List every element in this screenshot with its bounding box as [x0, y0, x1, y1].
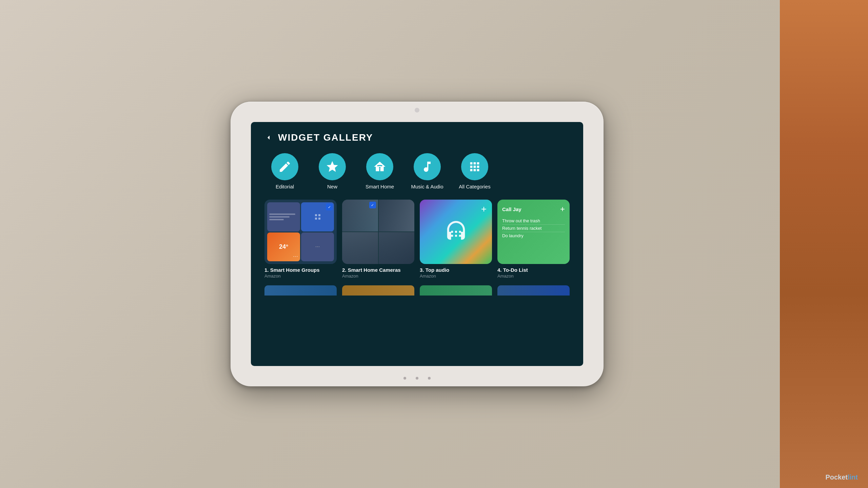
widget-4-rank: 4.: [497, 267, 502, 273]
widget-1-rank: 1.: [264, 267, 269, 273]
cam-cell-2: [379, 200, 415, 231]
audio-add-button: +: [481, 204, 487, 215]
widget-4-author: Amazon: [497, 273, 570, 279]
smart-home-icon-bg: [366, 153, 393, 180]
widget-card-1[interactable]: ✓ 24° ··· ···: [264, 200, 337, 279]
new-label: New: [327, 184, 337, 189]
smh-cell-4: ···: [301, 232, 334, 262]
widget-preview-1: ✓ 24° ··· ···: [264, 200, 337, 264]
pencil-icon: [278, 160, 292, 174]
dot-1: [403, 377, 406, 380]
svg-rect-0: [315, 214, 317, 216]
watermark: Pocketlint: [825, 473, 858, 481]
widget-preview-4: Call Jay + Throw out the trash Return te…: [497, 200, 570, 264]
all-categories-icon-bg: [461, 153, 488, 180]
widget-preview-3: +: [420, 200, 492, 264]
editorial-icon-bg: [271, 153, 298, 180]
category-new[interactable]: New: [312, 153, 353, 189]
category-all[interactable]: All Categories: [454, 153, 495, 189]
svg-rect-3: [318, 218, 320, 220]
header: WIDGET GALLERY: [251, 122, 583, 150]
music-icon-bg: [414, 153, 441, 180]
widget-preview-2: ✓: [342, 200, 414, 264]
smh-check: ✓: [326, 204, 333, 210]
cam-cell-3: [342, 232, 378, 264]
widgets-grid: ✓ 24° ··· ···: [251, 196, 583, 285]
widget-4-name: 4. To-Do List Amazon: [497, 267, 570, 279]
dot-3: [428, 377, 431, 380]
widget-3-name: 3. Top audio Amazon: [420, 267, 492, 279]
widget-3-rank: 3.: [420, 267, 424, 273]
bottom-peek-row: [251, 285, 583, 296]
smh-lines: [267, 211, 300, 222]
smart-home-label: Smart Home: [366, 184, 394, 189]
widget-1-title: Smart Home Groups: [270, 267, 320, 273]
widget-1-name: 1. Smart Home Groups Amazon: [264, 267, 337, 279]
category-editorial[interactable]: Editorial: [264, 153, 305, 189]
music-note-icon: [420, 160, 434, 174]
wood-panel: [780, 0, 868, 488]
todo-call-jay: Call Jay: [502, 206, 521, 212]
peek-card-4: [497, 285, 570, 296]
widget-card-2[interactable]: ✓ 2. Smart Home Cameras Amazon: [342, 200, 414, 279]
watermark-pocket: Pocket: [825, 473, 848, 481]
widget-card-4[interactable]: Call Jay + Throw out the trash Return te…: [497, 200, 570, 279]
smh-cell-1: [267, 202, 300, 231]
star-icon: [326, 160, 339, 174]
podcast-icon: [444, 220, 468, 244]
smh-line-3: [269, 219, 284, 220]
smh-cell-3: 24° ···: [267, 232, 300, 262]
widget-1-author: Amazon: [264, 273, 337, 279]
category-smart-home[interactable]: Smart Home: [359, 153, 400, 189]
peek-card-1: [264, 285, 337, 296]
device-bottom-dots: [403, 377, 431, 380]
svg-rect-2: [315, 218, 317, 220]
todo-add-button: +: [560, 204, 565, 214]
dot-2: [416, 377, 418, 380]
peek-card-3: [420, 285, 492, 296]
screen: WIDGET GALLERY Editorial New: [251, 122, 583, 366]
category-music-audio[interactable]: Music & Audio: [407, 153, 448, 189]
smh-line-2: [269, 216, 290, 218]
widget-3-author: Amazon: [420, 273, 492, 279]
todo-header: Call Jay +: [502, 204, 565, 214]
smh-more-dots: ···: [293, 253, 298, 260]
smh-line-1: [269, 214, 295, 215]
todo-item-3: Do laundry: [502, 232, 565, 239]
cam-check: ✓: [369, 202, 376, 208]
widget-card-3[interactable]: + 3. Top audio Amazon: [420, 200, 492, 279]
editorial-label: Editorial: [276, 184, 294, 189]
music-audio-label: Music & Audio: [411, 184, 443, 189]
new-icon-bg: [319, 153, 346, 180]
widget-4-title: To-Do List: [503, 267, 528, 273]
watermark-lint: lint: [848, 473, 858, 481]
widget-2-name: 2. Smart Home Cameras Amazon: [342, 267, 414, 279]
widget-2-author: Amazon: [342, 273, 414, 279]
peek-card-2: [342, 285, 414, 296]
widget-2-title: Smart Home Cameras: [348, 267, 401, 273]
smh-temp: 24°: [279, 243, 288, 250]
categories-row: Editorial New Smart Home: [251, 150, 583, 196]
widget-3-title: Top audio: [426, 267, 450, 273]
svg-rect-1: [318, 214, 320, 216]
device-frame: WIDGET GALLERY Editorial New: [231, 102, 604, 386]
page-title: WIDGET GALLERY: [278, 132, 373, 143]
home-wifi-icon: [373, 160, 387, 174]
smh-cell-2: ✓: [301, 202, 334, 231]
todo-item-2: Return tennis racket: [502, 225, 565, 232]
grid-icon: [468, 160, 481, 174]
smh-icon: [314, 213, 322, 221]
cam-cell-1: ✓: [342, 200, 378, 231]
cam-cell-4: [379, 232, 415, 264]
widget-2-rank: 2.: [342, 267, 347, 273]
todo-item-1: Throw out the trash: [502, 217, 565, 225]
back-button[interactable]: [264, 134, 273, 142]
all-categories-label: All Categories: [459, 184, 490, 189]
smh-dots: ···: [315, 244, 320, 250]
